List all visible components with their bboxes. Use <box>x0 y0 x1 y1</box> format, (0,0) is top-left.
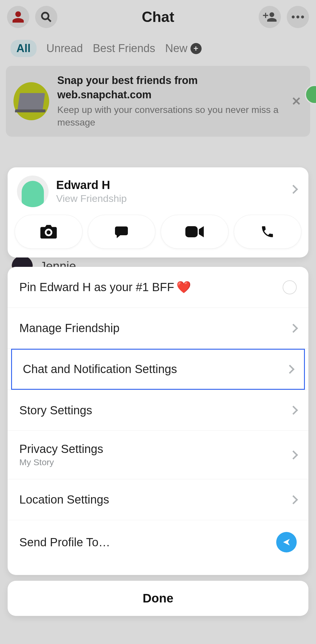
audio-call-button[interactable] <box>234 215 302 249</box>
friend-settings-sheet: Pin Edward H as your #1 BFF❤️ Manage Fri… <box>8 267 308 575</box>
camera-button[interactable] <box>15 215 83 249</box>
send-profile-row[interactable]: Send Profile To… <box>8 520 308 564</box>
send-icon[interactable] <box>276 532 297 552</box>
quick-actions <box>14 215 302 249</box>
chevron-right-icon <box>290 186 297 193</box>
avatar <box>17 176 49 207</box>
chat-notification-settings-row[interactable]: Chat and Notification Settings <box>11 349 305 390</box>
privacy-settings-row[interactable]: Privacy Settings My Story <box>8 431 308 479</box>
radio-unselected-icon[interactable] <box>283 280 297 294</box>
story-settings-row[interactable]: Story Settings <box>8 390 308 431</box>
chevron-right-icon <box>285 365 294 374</box>
profile-name: Edward H <box>56 178 127 192</box>
chevron-right-icon <box>289 450 298 459</box>
location-settings-row[interactable]: Location Settings <box>8 479 308 520</box>
chevron-right-icon <box>289 495 298 504</box>
heart-icon: ❤️ <box>176 281 191 293</box>
manage-friendship-row[interactable]: Manage Friendship <box>8 308 308 349</box>
chevron-right-icon <box>289 406 298 415</box>
pin-bff-row[interactable]: Pin Edward H as your #1 BFF❤️ <box>8 267 308 308</box>
profile-header-sheet: Edward H View Friendship <box>8 167 308 257</box>
profile-subtitle: View Friendship <box>56 193 127 204</box>
svg-rect-5 <box>185 226 197 237</box>
video-call-button[interactable] <box>161 215 229 249</box>
chat-button[interactable] <box>88 215 156 249</box>
view-friendship-row[interactable]: Edward H View Friendship <box>14 174 302 213</box>
chevron-right-icon <box>289 324 298 333</box>
done-button[interactable]: Done <box>8 581 308 616</box>
